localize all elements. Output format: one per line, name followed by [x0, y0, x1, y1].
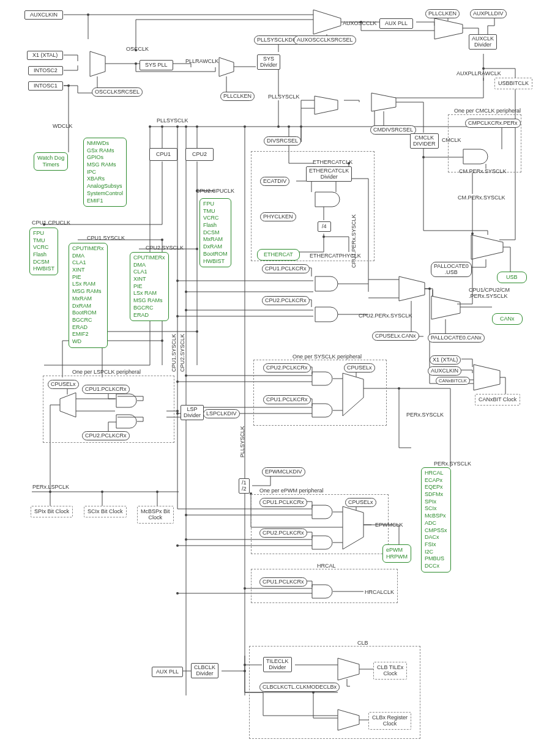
svg-point-61: [244, 670, 246, 672]
label-perx-sysclk-1: PERx.SYSCLK: [404, 411, 446, 419]
svg-point-55: [185, 538, 187, 541]
label-pllrawclk: PLLRAWCLK: [183, 57, 221, 65]
svg-point-46: [156, 491, 158, 493]
svg-point-34: [185, 309, 187, 311]
svg-point-40: [428, 287, 431, 290]
svg-point-52: [398, 387, 400, 390]
label-pallocate-canx: PALLOCATE0.CANx: [428, 333, 485, 343]
label-oscclk: OSCCLK: [124, 45, 151, 53]
label-scix-bitclock: SCIx Bit Clock: [84, 506, 127, 517]
block-ethercatclk-divider: ETHERCATCLK Divider: [306, 166, 352, 182]
block-usb: USB: [497, 272, 527, 283]
svg-point-28: [288, 125, 290, 128]
block-nmi-group: NMIWDs GSx RAMs GPIOs MSG RAMs IPC XBARs…: [83, 138, 127, 207]
label-cpuselx-e: CPUSELx: [345, 498, 376, 507]
label-cm-perx-sysclk: CM.PERx.SYSCLK: [457, 168, 509, 176]
svg-point-5: [87, 13, 89, 16]
label-pllsysclk-bus: PLLSYSCLK: [154, 117, 191, 125]
svg-point-32: [185, 291, 187, 293]
block-perx-list: HRCAL ECAPx EQEPx SDFMx SPIx SCIx McBSPx…: [421, 467, 451, 573]
label-perx-sysclk-2: PERx.SYSCLK: [431, 460, 474, 468]
svg-marker-37: [431, 296, 460, 319]
label-cpuselx-canx: CPUSELx.CANx: [372, 332, 419, 341]
block-aux-pll: AUX PLL: [379, 18, 413, 29]
label-lspclkdiv: LSPCLKDIV: [203, 409, 240, 418]
svg-point-41: [176, 410, 179, 412]
svg-point-24: [196, 330, 198, 333]
label-cm-perx-sysclk-2: CM.PERx.SYSCLK: [455, 194, 508, 202]
label-auxplldiv: AUXPLLDIV: [470, 9, 507, 18]
block-ethercat: ETHERCAT: [257, 249, 300, 261]
svg-point-33: [176, 315, 179, 317]
label-cpu1-sysclk-v: CPU1.SYSCLK: [170, 332, 178, 374]
svg-point-58: [244, 587, 246, 590]
block-cpu1-cpuclk-group: FPU TMU VCRC Flash DCSM HWBIST: [29, 228, 58, 275]
svg-marker-14: [315, 96, 338, 114]
label-pllclken-right: PLLCLKEN: [425, 9, 460, 18]
label-oscclksrcsel: OSCCLKSRCSEL: [92, 87, 143, 97]
svg-point-18: [422, 156, 425, 158]
svg-point-11: [149, 125, 151, 128]
label-clb-tilex-clock: CLB TILEx Clock: [373, 662, 407, 680]
label-one-per-lspclk: One per LSPCLK peripheral: [70, 368, 143, 376]
label-pllsysclk: PLLSYSCLK: [266, 93, 302, 101]
label-epwmclkdiv: EPWMCLKDIV: [262, 467, 305, 476]
label-cpu2-pclkcrx-s: CPU2.PCLKCRx: [263, 363, 311, 372]
svg-point-26: [185, 125, 187, 128]
label-auxpllrawclk: AUXPLLRAWCLK: [454, 70, 504, 78]
label-pllsysclk-v: PLLSYSCLK: [239, 423, 247, 460]
svg-marker-8: [434, 18, 463, 39]
label-usbbitclk: USBBITCLK: [494, 78, 532, 89]
block-tileclk-divider: TILECLK Divider: [263, 657, 292, 672]
label-canxbit-clock: CANxBIT Clock: [475, 394, 520, 406]
svg-point-54: [176, 544, 179, 547]
svg-point-60: [244, 664, 246, 666]
label-cpu1-sysclk: CPU1.SYSCLK: [84, 234, 127, 242]
label-cpu1-cpuclk: CPU1.CPUCLK: [29, 219, 73, 227]
label-auxoscclk: AUXOSCCLK: [340, 20, 379, 28]
block-aux-pll-2: AUX PLL: [152, 667, 183, 677]
label-cpu2-pclkcrx-lsp: CPU2.PCLKCRx: [82, 431, 130, 440]
svg-marker-3: [219, 57, 234, 76]
label-one-per-cmclk: One per CMCLK peripheral: [452, 107, 523, 115]
label-cpu2-sysclk: CPU2.SYSCLK: [143, 244, 186, 252]
svg-point-23: [161, 339, 163, 342]
label-cmdivsrcsel: CMDIVSRCSEL: [370, 125, 416, 135]
block-clbclk-divider: CLBCLK Divider: [191, 663, 218, 678]
label-ecatdiv: ECATDIV: [260, 177, 289, 186]
svg-point-13: [196, 125, 198, 128]
block-canx: CANx: [492, 313, 523, 325]
label-pallocate-usb: PALLOCATE0 .USB: [431, 262, 472, 277]
label-wdclk: WDCLK: [50, 122, 75, 130]
block-cpu2-cpuclk-group: FPU TMU VCRC Flash DCSM MxRAM DxRAM Boot…: [199, 198, 231, 267]
svg-point-2: [135, 62, 137, 65]
block-lsp-divider: LSP Divider: [181, 405, 204, 420]
svg-point-53: [185, 514, 187, 516]
label-cpu1-pclkcrx-e: CPU1.PCLKCRx: [259, 498, 307, 507]
svg-marker-39: [474, 365, 500, 390]
label-cpu1-pclkcrx-s: CPU1.PCLKCRx: [263, 395, 311, 404]
label-phyclken: PHYCLKEN: [260, 212, 296, 221]
svg-point-31: [176, 280, 179, 282]
label-cpu2-pclkcrx-a: CPU2.PCLKCRx: [262, 296, 310, 305]
label-spix-bitclock: SPIx Bit Clock: [31, 506, 73, 517]
block-div12: /1 /2: [239, 478, 250, 494]
label-cpuselx-s: CPUSELx: [344, 363, 375, 372]
label-clb: CLB: [355, 639, 371, 647]
source-intosc1: INTOSC1: [28, 81, 63, 91]
svg-point-49: [176, 412, 179, 415]
label-cpu1-pclkcrx-h: CPU1.PCLKCRx: [259, 577, 307, 587]
label-clbx-register-clock: CLBx Register Clock: [368, 712, 411, 730]
label-cpu2-sysclk-v: CPU2.SYSCLK: [179, 332, 187, 374]
svg-point-22: [196, 248, 198, 250]
label-mcbspx-bitclock: McBSPx Bit Clock: [137, 506, 174, 524]
svg-point-59: [176, 592, 179, 595]
label-cpuselx-lsp: CPUSELx: [48, 380, 79, 389]
svg-point-27: [244, 125, 246, 128]
source-intosc2: INTOSC2: [28, 66, 63, 75]
block-cpu2-sysclk-group: CPUTIMERx DMA CLA1 XINT PIE LSx RAM MSG …: [130, 252, 169, 321]
svg-point-20: [161, 239, 163, 241]
svg-marker-17: [371, 93, 396, 111]
label-cpu1-pclkcrx-a: CPU1.PCLKCRx: [262, 264, 310, 273]
label-perx-lspclk: PERx.LSPCLK: [30, 483, 72, 491]
